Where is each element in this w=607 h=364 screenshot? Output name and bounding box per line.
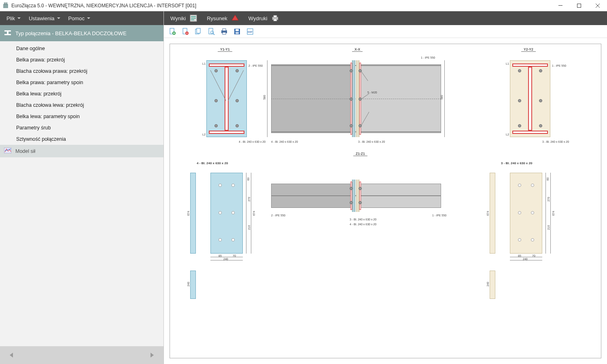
bolt-hole — [518, 184, 521, 187]
section-title-y2: Y2-Y2 — [521, 47, 536, 52]
dim-line — [444, 60, 445, 137]
section-title-z1: Z1-Z1 — [353, 152, 367, 156]
bolt-hole — [531, 211, 534, 214]
svg-rect-3 — [6, 2, 7, 5]
dim-value: 60 — [546, 178, 549, 181]
nav-item-sztywnosc[interactable]: Sztywność połączenia — [0, 133, 163, 145]
corner-label: L2 — [506, 133, 509, 136]
svg-rect-23 — [197, 28, 200, 33]
bolt — [236, 99, 239, 102]
bolt-hole — [219, 184, 222, 187]
nav-item-model-sil[interactable]: Model sił — [0, 145, 163, 157]
svg-rect-28 — [223, 32, 226, 34]
plate-label: 3 - Bl. 240 x 630 x 20 — [358, 140, 385, 143]
nav-prev-button[interactable] — [6, 350, 16, 360]
section-title-xx: X-X — [352, 47, 363, 52]
dim-value: 674 — [253, 211, 255, 216]
bolt — [350, 201, 353, 204]
bolt — [350, 187, 353, 190]
dim-value: 580 — [263, 95, 266, 100]
menu-label: Wyniki — [170, 15, 186, 21]
svg-rect-15 — [274, 15, 277, 17]
tb-new-button[interactable] — [168, 27, 177, 36]
tb-page-copy-button[interactable] — [194, 27, 203, 36]
window-title: EuroZłącza 5.0 - WEWNĘTRZNA, NIEKOMERCYJ… — [11, 3, 551, 8]
drawing-icon — [230, 13, 240, 23]
bolt — [539, 69, 542, 72]
plate-face-tan — [510, 173, 542, 254]
bolt — [518, 69, 521, 72]
bolt-hole — [518, 211, 521, 214]
nav-header-label: Typ połączenia - BELKA-BELKA DOCZOŁOWE — [15, 30, 127, 36]
bolt — [359, 187, 362, 190]
bolt — [214, 69, 218, 72]
bolt — [214, 124, 218, 127]
plate-face-blue — [210, 173, 243, 254]
bolt — [359, 201, 362, 204]
menu-rysunek[interactable]: Rysunek — [204, 11, 244, 26]
dim-value: 70 — [233, 254, 236, 257]
nav-item-dane-ogolne[interactable]: Dane ogólne — [0, 43, 163, 54]
nav-next-button[interactable] — [147, 350, 157, 360]
dim-value: 270 — [248, 197, 250, 202]
plate-strip-blue — [190, 271, 196, 299]
svg-rect-2 — [5, 2, 6, 5]
svg-rect-27 — [223, 29, 226, 31]
dim-value: 240 — [223, 258, 228, 260]
menu-label: Rysunek — [207, 15, 227, 21]
nav-header[interactable]: Typ połączenia - BELKA-BELKA DOCZOŁOWE — [0, 25, 163, 41]
tb-print-button[interactable] — [220, 27, 229, 36]
flange-bot-y1 — [209, 131, 244, 134]
plate-label: 4 - Bl. 240 x 630 x 20 — [197, 161, 228, 165]
menu-wydruki[interactable]: Wydruki — [245, 11, 284, 26]
tb-dxf-button[interactable]: DXF — [246, 27, 255, 36]
beam-label: 2 - IPE 550 — [248, 64, 263, 67]
maximize-button[interactable] — [570, 0, 588, 11]
minimize-button[interactable] — [551, 0, 570, 11]
bolt — [350, 97, 353, 101]
right-panel: Wyniki Rysunek Wydruki DXF — [164, 11, 607, 364]
bolt-hole — [531, 238, 534, 241]
tb-save-button[interactable] — [233, 27, 242, 36]
dim-value: 240 — [523, 258, 528, 260]
plate-label: 4 - Bl. 240 x 630 x 20 — [239, 140, 265, 143]
menubar-right: Wyniki Rysunek Wydruki — [164, 11, 607, 25]
beam-label: 2 - IPE 550 — [271, 214, 285, 217]
endplate-left-top — [352, 180, 355, 212]
corner-label: L2 — [202, 133, 206, 136]
bolt-hole — [531, 184, 534, 187]
menu-ustawienia[interactable]: Ustawienia — [25, 13, 64, 24]
nav-item-parametry-srub[interactable]: Parametry śrub — [0, 122, 163, 133]
tb-zoom-button[interactable] — [207, 27, 216, 36]
nav-item-blacha-lewa-przekroj[interactable]: Blacha czołowa lewa: przekrój — [0, 99, 163, 111]
nav-item-belka-prawa-przekroj[interactable]: Belka prawa: przekrój — [0, 54, 163, 66]
dim-value: 210 — [248, 225, 250, 230]
menu-wyniki[interactable]: Wyniki — [167, 11, 202, 26]
dim-value: 85 — [219, 254, 222, 257]
nav-item-blacha-prawa-przekroj[interactable]: Blacha czołowa prawa: przekrój — [0, 66, 163, 77]
connection-type-icon — [4, 29, 11, 38]
menu-plik[interactable]: Plik — [3, 13, 24, 24]
svg-rect-12 — [191, 18, 196, 19]
close-button[interactable] — [588, 0, 607, 11]
menu-label: Plik — [6, 15, 15, 21]
dim-line — [210, 257, 243, 257]
weld-line — [350, 182, 352, 210]
nav-item-belka-lewa-spoiny[interactable]: Belka lewa: parametry spoin — [0, 111, 163, 122]
tb-page-button[interactable] — [181, 27, 190, 36]
dim-value: 210 — [547, 225, 550, 230]
plate-label: 3 - Bl. 240 x 630 x 20 — [350, 218, 376, 221]
left-panel: Plik Ustawienia Pomoc Typ połączenia - B… — [0, 11, 164, 364]
dim-line — [545, 173, 546, 254]
menu-label: Pomoc — [68, 15, 85, 21]
bolt — [539, 99, 542, 102]
menu-pomoc[interactable]: Pomoc — [65, 13, 93, 24]
dim-value: 674 — [552, 211, 555, 216]
bolt — [350, 124, 353, 127]
bolt — [236, 124, 239, 127]
nav-item-belka-lewa-przekroj[interactable]: Belka lewa: przekrój — [0, 88, 163, 99]
bolt-hole — [231, 238, 235, 241]
nav-item-belka-prawa-spoiny[interactable]: Belka prawa: parametry spoin — [0, 77, 163, 88]
drawing-canvas[interactable]: Y1-Y1 L1 L2 2 - IPE 550 4 - Bl. 240 x 63… — [170, 44, 601, 358]
bolt-hole — [219, 211, 222, 214]
